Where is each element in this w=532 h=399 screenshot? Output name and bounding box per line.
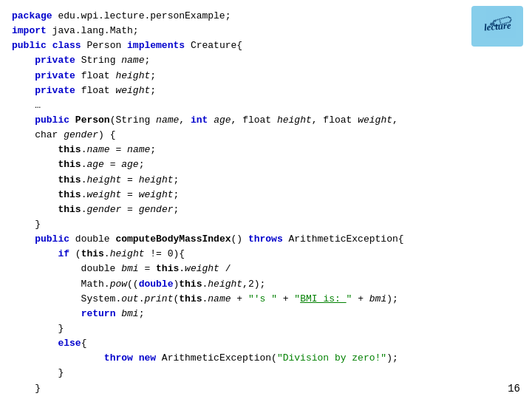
code-line: if (this.height != 0){: [12, 247, 520, 262]
code-line: private float height;: [12, 69, 520, 83]
code-line: throw new ArithmeticException("Division …: [12, 351, 520, 366]
code-line: this.gender = gender;: [12, 202, 520, 217]
code-line: }: [12, 381, 520, 396]
code-line: return bmi;: [12, 307, 520, 321]
code-line: else{: [12, 336, 520, 351]
logo-text: lecture: [483, 19, 511, 33]
code-line: double bmi = this.weight /: [12, 262, 520, 276]
code-line: }: [12, 321, 520, 336]
code-line: this.weight = weight;: [12, 188, 520, 202]
lecture-logo: 🖊 lecture: [471, 6, 523, 47]
code-line: public double computeBodyMassIndex() thr…: [12, 232, 520, 247]
code-line: }: [12, 366, 520, 381]
code-line: private float weight;: [12, 83, 520, 98]
code-line: this.age = age;: [12, 157, 520, 172]
code-line: public class Person implements Creature{: [12, 38, 520, 53]
code-line: System.out.print(this.name + "'s " + "BM…: [12, 292, 520, 307]
page-number: 16: [508, 383, 520, 395]
code-line: this.height = height;: [12, 173, 520, 188]
code-line: package edu.wpi.lecture.personExample;: [12, 9, 520, 24]
code-line: Math.pow((double)this.height,2);: [12, 277, 520, 292]
code-container: package edu.wpi.lecture.personExample; i…: [0, 0, 532, 399]
code-line: …: [12, 98, 520, 113]
code-line: private String name;: [12, 53, 520, 68]
code-line: import java.lang.Math;: [12, 24, 520, 38]
code-line: }: [12, 217, 520, 232]
code-line: public Person(String name, int age, floa…: [12, 113, 520, 128]
code-line: char gender) {: [12, 128, 520, 143]
code-line: this.name = name;: [12, 143, 520, 157]
